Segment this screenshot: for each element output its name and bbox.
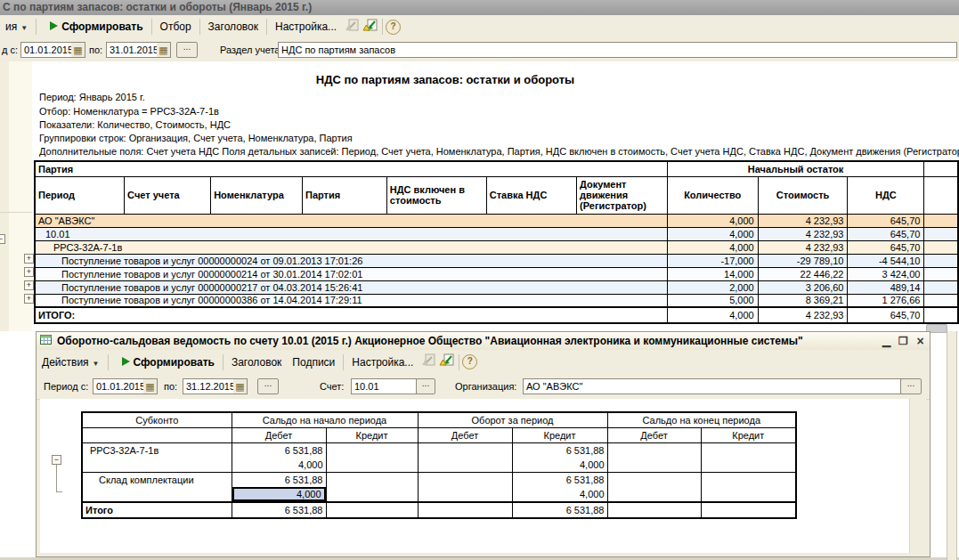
cell-cost[interactable]: -29 789,10 bbox=[758, 254, 848, 267]
cell-qty[interactable]: 4,000 bbox=[667, 214, 758, 227]
cell-cost[interactable]: 4 232,93 bbox=[758, 307, 848, 323]
cell-credit-turn[interactable]: 6 531,88 4,000 bbox=[512, 473, 607, 503]
cell-vat[interactable]: 645,70 bbox=[848, 240, 924, 254]
cell-vat[interactable]: 489,14 bbox=[848, 280, 924, 294]
section-input[interactable]: НДС по партиям запасов bbox=[278, 42, 957, 58]
date-from-input[interactable]: 01.01.2015 bbox=[93, 378, 145, 394]
chevron-down-icon: ▼ bbox=[93, 360, 100, 368]
expand-icon[interactable]: + bbox=[24, 267, 34, 277]
row-label[interactable]: Поступление товаров и услуг 00000000024 … bbox=[35, 254, 667, 267]
collapse-icon[interactable]: − bbox=[52, 455, 61, 465]
date-to-input[interactable]: 31.01.2015 bbox=[106, 42, 158, 58]
period-more-button[interactable]: ... bbox=[176, 42, 198, 58]
header-button[interactable]: Заголовок bbox=[226, 353, 287, 371]
calendar-icon[interactable]: ▦ bbox=[233, 378, 248, 394]
cell-credit-start[interactable] bbox=[326, 502, 418, 518]
account-more-button[interactable]: ... bbox=[416, 378, 435, 394]
cell-credit-turn[interactable]: 6 531,88 bbox=[512, 502, 607, 518]
period-more-button[interactable]: ... bbox=[257, 378, 279, 394]
report-icon bbox=[40, 333, 52, 349]
organization-more-button[interactable]: ... bbox=[900, 378, 922, 394]
cell-qty[interactable]: 14,000 bbox=[667, 267, 758, 280]
settings-button[interactable]: Настройка... bbox=[270, 18, 342, 36]
cell-qty[interactable]: 5,000 bbox=[667, 294, 758, 307]
cell-debit-turn[interactable] bbox=[418, 473, 512, 503]
maximize-icon[interactable]: ❒ bbox=[896, 335, 911, 348]
cell-debit-end[interactable] bbox=[607, 502, 701, 518]
row-label[interactable]: 10.01 bbox=[35, 227, 667, 240]
cell-cost[interactable]: 4 232,93 bbox=[758, 214, 848, 227]
cell-credit-turn[interactable]: 6 531,88 4,000 bbox=[512, 443, 607, 473]
cell-credit-end[interactable] bbox=[701, 473, 796, 503]
cell-debit-start[interactable]: 6 531,88 bbox=[232, 502, 326, 518]
row-label[interactable]: Поступление товаров и услуг 00000000217 … bbox=[35, 280, 667, 294]
cell-debit-end[interactable] bbox=[607, 473, 701, 503]
collapse-icon[interactable]: − bbox=[0, 234, 5, 244]
save-values-icon[interactable] bbox=[439, 353, 454, 370]
actions-menu-button[interactable]: Действия▼ bbox=[37, 353, 105, 371]
signatures-button[interactable]: Подписи bbox=[287, 353, 340, 371]
cell-vat[interactable]: 645,70 bbox=[848, 307, 924, 323]
scrollbar[interactable] bbox=[909, 399, 926, 553]
actions-menu-button[interactable]: ия▼ bbox=[0, 18, 33, 36]
col-account: Счет учета bbox=[125, 176, 211, 214]
row-label[interactable]: Поступление товаров и услуг 00000000214 … bbox=[35, 267, 667, 280]
cell-cost[interactable]: 8 369,21 bbox=[758, 294, 848, 307]
total-label[interactable]: Итого bbox=[82, 502, 232, 518]
settings-button[interactable]: Настройка... bbox=[346, 353, 419, 371]
cell-cost[interactable]: 3 206,60 bbox=[758, 280, 848, 294]
cell-qty[interactable]: 4,000 bbox=[667, 227, 758, 240]
cell-qty[interactable]: -17,000 bbox=[667, 254, 758, 267]
row-label[interactable]: АО "АВЭКС" bbox=[35, 214, 667, 227]
cell-debit-turn[interactable] bbox=[418, 502, 512, 518]
restore-values-icon[interactable] bbox=[420, 353, 435, 370]
cell-cost[interactable]: 4 232,93 bbox=[758, 240, 848, 254]
cell-credit-start[interactable] bbox=[326, 473, 418, 503]
row-label[interactable]: РРС3-32А-7-1в bbox=[35, 240, 667, 254]
expand-icon[interactable]: + bbox=[24, 254, 34, 264]
generate-button[interactable]: Сформировать bbox=[39, 18, 148, 36]
calendar-icon[interactable]: ▦ bbox=[157, 42, 171, 58]
row-label[interactable]: Поступление товаров и услуг 00000000386 … bbox=[35, 294, 667, 307]
cell-vat[interactable]: -4 544,10 bbox=[848, 254, 924, 267]
top-window-scrollbar[interactable] bbox=[947, 331, 957, 560]
cell-qty[interactable]: 4,000 bbox=[667, 307, 758, 323]
minimize-icon[interactable]: ▁ bbox=[879, 335, 894, 348]
cell-vat[interactable]: 1 276,66 bbox=[848, 294, 924, 307]
cell-cost[interactable]: 22 446,22 bbox=[758, 267, 848, 280]
account-label: Счет: bbox=[320, 381, 344, 392]
cell-credit-end[interactable] bbox=[701, 443, 796, 473]
cell-debit-start[interactable]: 6 531,88 4,000 bbox=[232, 473, 326, 503]
close-icon[interactable]: × bbox=[913, 335, 928, 348]
cell-vat[interactable]: 3 424,00 bbox=[848, 267, 924, 280]
cell-vat[interactable]: 645,70 bbox=[848, 227, 924, 240]
cell-credit-start[interactable] bbox=[326, 443, 418, 473]
cell-debit-end[interactable] bbox=[607, 443, 701, 473]
cell-credit-end[interactable] bbox=[701, 502, 796, 518]
cell-qty[interactable]: 2,000 bbox=[667, 280, 758, 294]
total-label[interactable]: ИТОГО: bbox=[35, 307, 667, 323]
bottom-window-titlebar[interactable]: Оборотно-сальдовая ведомость по счету 10… bbox=[37, 332, 930, 351]
save-values-icon[interactable] bbox=[362, 19, 378, 36]
row-label[interactable]: РРС3-32А-7-1в bbox=[82, 443, 232, 473]
cell-vat[interactable]: 645,70 bbox=[848, 214, 924, 227]
header-button[interactable]: Заголовок bbox=[203, 18, 264, 36]
cell-debit-turn[interactable] bbox=[418, 443, 512, 473]
account-input[interactable]: 10.01 bbox=[351, 378, 417, 394]
cell-cost[interactable]: 4 232,93 bbox=[758, 227, 848, 240]
organization-input[interactable]: АО "АВЭКС" bbox=[523, 378, 902, 394]
expand-icon[interactable]: + bbox=[24, 280, 34, 290]
row-label[interactable]: Склад комплектации bbox=[82, 473, 232, 503]
filter-button[interactable]: Отбор bbox=[155, 18, 197, 36]
calendar-icon[interactable]: ▦ bbox=[143, 378, 158, 394]
date-to-input[interactable]: 31.12.2015 bbox=[183, 378, 235, 394]
cell-qty[interactable]: 4,000 bbox=[667, 240, 758, 254]
expand-icon[interactable]: + bbox=[24, 294, 34, 304]
help-icon[interactable]: ? bbox=[386, 20, 401, 35]
calendar-icon[interactable]: ▦ bbox=[71, 42, 85, 58]
cell-debit-start[interactable]: 6 531,88 4,000 bbox=[232, 443, 326, 473]
date-from-input[interactable]: 01.01.2015 bbox=[20, 42, 73, 58]
generate-button[interactable]: Сформировать bbox=[111, 353, 220, 371]
help-icon[interactable]: ? bbox=[462, 354, 477, 369]
restore-values-icon[interactable] bbox=[344, 19, 359, 36]
